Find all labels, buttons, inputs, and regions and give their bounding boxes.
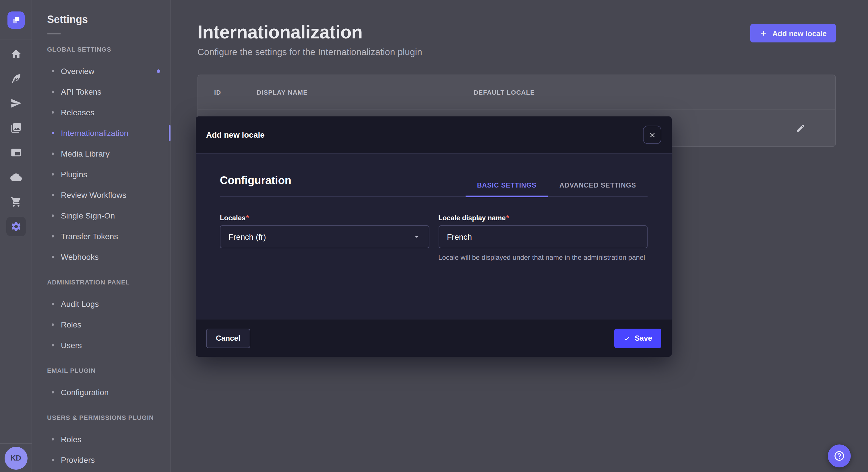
required-asterisk: * (246, 214, 249, 222)
locales-table-header: ID DISPLAY NAME DEFAULT LOCALE (198, 75, 835, 110)
sidebar-item-roles[interactable]: Roles (32, 314, 170, 335)
configuration-header: Configuration BASIC SETTINGS ADVANCED SE… (220, 174, 648, 197)
page-title: Internationalization (197, 22, 836, 43)
bullet-icon (52, 111, 54, 113)
nav-section-label: USERS & PERMISSIONS PLUGIN (47, 414, 170, 423)
bullet-icon (52, 194, 54, 196)
display-name-field: Locale display name* Locale will be disp… (438, 214, 648, 263)
page-header: Internationalization Configure the setti… (171, 0, 868, 57)
configuration-title: Configuration (220, 174, 291, 196)
sidebar-item-single-sign-on[interactable]: Single Sign-On (32, 205, 170, 226)
modal-title: Add new locale (206, 130, 265, 139)
locales-label: Locales* (220, 214, 429, 222)
add-new-locale-button[interactable]: Add new locale (751, 24, 836, 42)
bullet-icon (52, 132, 54, 134)
bullet-icon (52, 459, 54, 461)
edit-pencil-icon[interactable] (792, 120, 809, 137)
save-button-label: Save (634, 334, 652, 342)
locales-select[interactable]: French (fr) (220, 225, 429, 248)
app-window: KD Settings GLOBAL SETTINGS Overview API… (0, 0, 868, 472)
display-name-hint: Locale will be displayed under that name… (438, 253, 648, 263)
bullet-icon (52, 235, 54, 237)
rail-footer: KD (0, 443, 32, 472)
bullet-icon (52, 256, 54, 258)
bullet-icon (52, 70, 54, 72)
sidebar-item-providers[interactable]: Providers (32, 450, 170, 470)
cancel-button[interactable]: Cancel (206, 328, 250, 348)
help-fab[interactable] (828, 444, 851, 467)
settings-gear-icon[interactable] (6, 217, 26, 236)
feather-icon[interactable] (10, 73, 22, 84)
check-icon (623, 335, 630, 341)
sidebar-item-users[interactable]: Users (32, 335, 170, 356)
active-indicator (169, 125, 170, 141)
sidebar-item-roles[interactable]: Roles (32, 429, 170, 450)
cloud-icon[interactable] (10, 171, 22, 183)
nav-section-label: GLOBAL SETTINGS (47, 46, 170, 55)
locales-select-value: French (fr) (228, 232, 266, 241)
settings-nav-title: Settings (47, 14, 170, 26)
bullet-icon (52, 214, 54, 217)
notification-dot-icon (157, 69, 160, 73)
sidebar-item-api-tokens[interactable]: API Tokens (32, 81, 170, 102)
content-manager-icon[interactable] (10, 147, 22, 158)
nav-section-label: ADMINISTRATION PANEL (47, 279, 170, 288)
tab-basic-settings[interactable]: BASIC SETTINGS (466, 182, 548, 197)
settings-tabs: BASIC SETTINGS ADVANCED SETTINGS (466, 182, 648, 196)
tab-advanced-settings[interactable]: ADVANCED SETTINGS (548, 182, 648, 197)
form-fields: Locales* French (fr) Locale display name… (220, 214, 648, 263)
nav-section-label: EMAIL PLUGIN (47, 367, 170, 376)
bullet-icon (52, 391, 54, 394)
bullet-icon (52, 173, 54, 175)
paper-plane-icon[interactable] (10, 98, 22, 109)
avatar[interactable]: KD (4, 446, 27, 469)
modal-footer: Cancel Save (196, 319, 672, 357)
save-button[interactable]: Save (614, 328, 661, 348)
add-new-locale-button-label: Add new locale (772, 29, 827, 38)
close-icon[interactable] (643, 126, 661, 144)
settings-title-divider (47, 33, 61, 34)
add-locale-modal: Add new locale Configuration BASIC SETTI… (196, 116, 672, 357)
settings-nav: Settings GLOBAL SETTINGS Overview API To… (32, 0, 171, 472)
question-mark-icon (833, 450, 846, 462)
bullet-icon (52, 153, 54, 155)
sidebar-item-releases[interactable]: Releases (32, 102, 170, 123)
sidebar-item-configuration[interactable]: Configuration (32, 382, 170, 403)
app-rail: KD (0, 0, 32, 472)
modal-body: Configuration BASIC SETTINGS ADVANCED SE… (196, 154, 672, 319)
locales-field: Locales* French (fr) (220, 214, 429, 263)
required-asterisk: * (506, 214, 509, 222)
strapi-logo-icon (11, 15, 21, 25)
plus-icon (760, 29, 768, 37)
modal-header: Add new locale (196, 116, 672, 154)
media-library-icon[interactable] (10, 122, 22, 134)
sidebar-item-plugins[interactable]: Plugins (32, 164, 170, 185)
sidebar-item-audit-logs[interactable]: Audit Logs (32, 294, 170, 314)
column-display-name: DISPLAY NAME (257, 89, 474, 96)
bullet-icon (52, 91, 54, 93)
bullet-icon (52, 438, 54, 440)
rail-divider (0, 40, 32, 40)
chevron-down-icon (412, 233, 421, 241)
page-subtitle: Configure the settings for the Internati… (197, 47, 836, 57)
display-name-label: Locale display name* (438, 214, 648, 222)
sidebar-item-review-workflows[interactable]: Review Workflows (32, 185, 170, 205)
column-default-locale: DEFAULT LOCALE (474, 89, 789, 96)
sidebar-item-transfer-tokens[interactable]: Transfer Tokens (32, 226, 170, 247)
marketplace-cart-icon[interactable] (10, 196, 22, 208)
sidebar-item-internationalization[interactable]: Internationalization (32, 123, 170, 143)
sidebar-item-overview[interactable]: Overview (32, 61, 170, 81)
display-name-input[interactable] (438, 225, 648, 248)
bullet-icon (52, 303, 54, 305)
bullet-icon (52, 324, 54, 326)
sidebar-item-media-library[interactable]: Media Library (32, 143, 170, 164)
strapi-logo[interactable] (7, 11, 24, 29)
bullet-icon (52, 344, 54, 346)
column-id: ID (214, 89, 257, 96)
sidebar-item-webhooks[interactable]: Webhooks (32, 247, 170, 267)
home-icon[interactable] (10, 48, 22, 60)
